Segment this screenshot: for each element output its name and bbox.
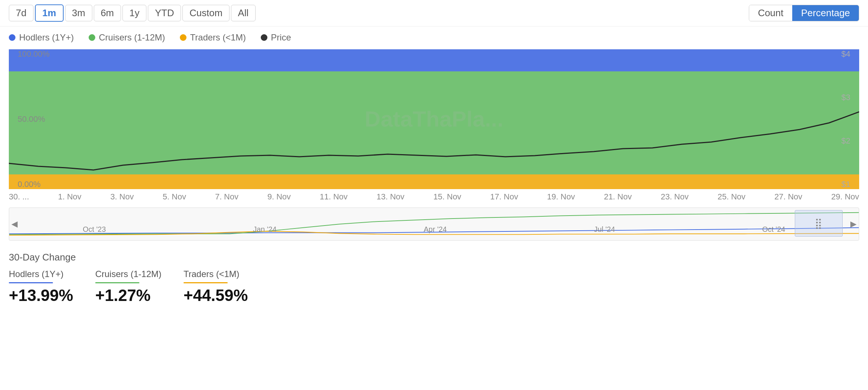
change-card: Hodlers (1Y+)+13.99% [9, 269, 73, 305]
top-bar: 7d1m3m6m1yYTDCustomAll CountPercentage [0, 0, 868, 26]
legend-item-hodlers: Hodlers (1Y+) [9, 32, 74, 43]
change-card-label: Cruisers (1-12M) [95, 269, 161, 279]
change-card: Cruisers (1-12M)+1.27% [95, 269, 161, 305]
chart-area: 100.00%50.00%0.00% $4$3$2$1 DataThaPla..… [0, 49, 868, 189]
x-axis: 30. ...1. Nov3. Nov5. Nov7. Nov9. Nov11.… [0, 189, 868, 202]
x-axis-label: 5. Nov [163, 192, 186, 202]
x-axis-label: 7. Nov [215, 192, 239, 202]
time-btn-3m[interactable]: 3m [65, 5, 92, 21]
x-axis-label: 1. Nov [58, 192, 82, 202]
legend-dot-traders [180, 34, 186, 41]
change-card-underline [184, 282, 228, 283]
time-btn-1y[interactable]: 1y [122, 5, 146, 21]
change-cards: Hodlers (1Y+)+13.99%Cruisers (1-12M)+1.2… [9, 269, 859, 305]
legend-dot-price [261, 34, 267, 41]
time-btn-custom[interactable]: Custom [182, 5, 230, 21]
x-axis-label: 11. Nov [320, 192, 348, 202]
scroll-left-arrow[interactable]: ◀ [11, 219, 18, 229]
time-buttons: 7d1m3m6m1yYTDCustomAll [9, 4, 256, 22]
time-btn-1m[interactable]: 1m [35, 4, 64, 22]
legend-label-hodlers: Hodlers (1Y+) [19, 32, 74, 43]
x-axis-label: 15. Nov [433, 192, 461, 202]
x-axis-label: 17. Nov [490, 192, 518, 202]
change-card-label: Hodlers (1Y+) [9, 269, 73, 279]
legend-item-cruisers: Cruisers (1-12M) [89, 32, 165, 43]
change-card-label: Traders (<1M) [184, 269, 248, 279]
time-btn-6m[interactable]: 6m [94, 5, 121, 21]
change-card-value: +1.27% [95, 286, 161, 305]
legend-dot-hodlers [9, 34, 15, 41]
time-btn-7d[interactable]: 7d [9, 5, 33, 21]
legend-item-traders: Traders (<1M) [180, 32, 246, 43]
view-buttons: CountPercentage [749, 5, 859, 21]
x-axis-label: 25. Nov [718, 192, 746, 202]
scroll-right-arrow[interactable]: ▶ [850, 219, 857, 229]
change-card-underline [9, 282, 53, 283]
view-btn-count[interactable]: Count [749, 5, 792, 21]
x-axis-label: 19. Nov [547, 192, 575, 202]
legend-label-cruisers: Cruisers (1-12M) [99, 32, 165, 43]
x-axis-label: 13. Nov [377, 192, 405, 202]
time-btn-all[interactable]: All [231, 5, 256, 21]
legend-label-price: Price [271, 32, 291, 43]
scroll-handle[interactable]: ⣿ [795, 210, 843, 237]
x-axis-label: 9. Nov [267, 192, 291, 202]
legend-dot-cruisers [89, 34, 95, 41]
change-card-value: +13.99% [9, 286, 73, 305]
change-card-underline [95, 282, 139, 283]
change-title: 30-Day Change [9, 252, 859, 263]
svg-rect-0 [9, 174, 859, 189]
svg-text:DataThaPla...: DataThaPla... [365, 107, 504, 131]
x-axis-label: 27. Nov [774, 192, 802, 202]
x-axis-label: 3. Nov [110, 192, 134, 202]
mini-chart[interactable]: ⣿ ◀ ▶ Oct '23Jan '24Apr '24Jul '24Oct '2… [9, 208, 859, 241]
legend-item-price: Price [261, 32, 291, 43]
change-card: Traders (<1M)+44.59% [184, 269, 248, 305]
svg-rect-2 [9, 49, 859, 71]
x-axis-label: 21. Nov [604, 192, 632, 202]
x-axis-label: 23. Nov [661, 192, 689, 202]
time-btn-ytd[interactable]: YTD [148, 5, 181, 21]
legend: Hodlers (1Y+)Cruisers (1-12M)Traders (<1… [0, 26, 868, 46]
x-axis-label: 30. ... [9, 192, 29, 202]
stacked-chart[interactable]: DataThaPla... [9, 49, 859, 189]
change-card-value: +44.59% [184, 286, 248, 305]
legend-label-traders: Traders (<1M) [190, 32, 246, 43]
bottom-section: 30-Day Change Hodlers (1Y+)+13.99%Cruise… [0, 241, 868, 312]
x-axis-label: 29. Nov [831, 192, 859, 202]
view-btn-percentage[interactable]: Percentage [792, 5, 859, 21]
